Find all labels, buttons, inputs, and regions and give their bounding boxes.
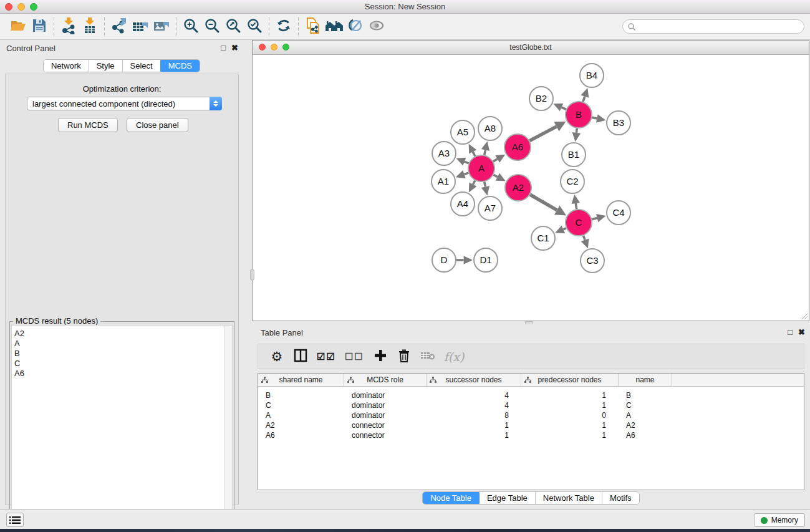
close-panel-button[interactable]: Close panel [127, 118, 188, 132]
home-layout-button[interactable] [324, 16, 345, 37]
tab-style[interactable]: Style [89, 60, 123, 72]
zoom-selected-button[interactable] [244, 16, 265, 37]
table-cell: connector [344, 420, 427, 430]
function-builder-button[interactable]: f(x) [444, 349, 465, 365]
resize-grip-icon[interactable] [800, 312, 808, 320]
save-session-button[interactable] [29, 16, 50, 37]
table-row[interactable]: A6connector11A6 [258, 430, 804, 440]
table-cell: B [619, 390, 672, 400]
float-panel-icon[interactable]: □ [788, 327, 793, 337]
open-session-button[interactable] [7, 16, 29, 37]
refresh-view-button[interactable] [273, 16, 294, 37]
edge-arrowhead-icon [596, 114, 605, 122]
column-visibility-button[interactable] [293, 349, 308, 365]
graph-edge[interactable] [465, 162, 469, 163]
search-input[interactable] [636, 22, 804, 31]
checked-boxes-icon: ☑☑ [317, 351, 336, 362]
zoom-out-button[interactable] [201, 16, 223, 37]
graph-edge[interactable] [576, 203, 576, 209]
tab-select[interactable]: Select [123, 60, 161, 72]
vertical-splitter-handle[interactable] [250, 269, 254, 280]
graph-edge[interactable] [529, 127, 556, 141]
tab-motifs[interactable]: Motifs [602, 492, 639, 504]
column-header-name[interactable]: name [619, 374, 672, 386]
delete-column-button[interactable] [397, 349, 412, 365]
table-settings-button[interactable]: ⚙ [269, 349, 284, 365]
graph-edge[interactable] [493, 175, 497, 177]
run-mcds-button[interactable]: Run MCDS [58, 118, 118, 132]
import-network-icon [60, 17, 77, 36]
list-item[interactable]: C [12, 359, 232, 369]
graph-edge[interactable] [485, 181, 486, 186]
graph-edge[interactable] [530, 195, 557, 210]
list-item[interactable]: A2 [12, 329, 232, 339]
node-table[interactable]: shared nameMCDS rolesuccessor nodesprede… [258, 373, 804, 490]
graph-edge[interactable] [592, 218, 597, 220]
table-cell: B [258, 390, 344, 400]
graph-edge[interactable] [464, 173, 468, 174]
column-header-successor-nodes[interactable]: successor nodes [427, 374, 521, 386]
list-item[interactable]: A6 [12, 369, 232, 379]
column-header-predecessor-nodes[interactable]: predecessor nodes [521, 374, 619, 386]
zoom-fit-button[interactable] [223, 16, 244, 37]
table-row[interactable]: Cdominator41C [258, 400, 804, 410]
export-network-button[interactable] [108, 16, 130, 37]
table-tabs: Node TableEdge TableNetwork TableMotifs [422, 491, 639, 505]
hide-panels-button[interactable] [345, 16, 366, 37]
hierarchy-icon [261, 377, 268, 384]
graph-edge[interactable] [473, 152, 475, 156]
deselect-all-button[interactable]: ☐☐ [345, 349, 364, 365]
export-network-icon [110, 17, 128, 36]
tab-network-table[interactable]: Network Table [536, 492, 602, 504]
float-panel-icon[interactable]: □ [221, 43, 226, 52]
column-header-label: name [635, 375, 654, 384]
table-row[interactable]: Adominator80A [258, 410, 804, 420]
graph-edge[interactable] [563, 228, 566, 230]
delete-table-button[interactable] [420, 349, 435, 365]
list-scrollbar[interactable] [224, 326, 232, 532]
node-label: A7 [485, 203, 496, 213]
column-header-shared-name[interactable]: shared name [258, 374, 344, 386]
toolbar-separator [104, 17, 105, 36]
export-image-button[interactable] [151, 16, 172, 37]
graph-edge[interactable] [493, 159, 498, 162]
mcds-result-list[interactable]: A2 A B C A6 [11, 325, 233, 532]
table-row[interactable]: A2connector11A2 [258, 420, 804, 430]
search-field[interactable] [622, 19, 804, 34]
graph-edge[interactable] [583, 236, 585, 240]
list-item[interactable]: A [12, 339, 232, 349]
tab-mcds[interactable]: MCDS [160, 59, 200, 72]
tab-network[interactable]: Network [44, 60, 89, 72]
node-label: B [576, 109, 582, 120]
zoom-in-button[interactable] [180, 16, 201, 37]
close-panel-icon[interactable]: ✖ [798, 327, 805, 337]
table-cell: dominator [344, 390, 427, 400]
import-table-button[interactable] [79, 16, 100, 37]
tab-node-table[interactable]: Node Table [422, 491, 480, 505]
table-row[interactable]: Bdominator41B [258, 390, 804, 400]
graph-edge[interactable] [592, 117, 597, 118]
hierarchy-icon [347, 377, 354, 384]
graph-edge[interactable] [583, 97, 585, 102]
column-header-label: shared name [279, 375, 322, 384]
task-history-button[interactable] [6, 513, 24, 527]
graph-edge[interactable] [576, 128, 577, 133]
graph-edge[interactable] [473, 180, 475, 184]
column-header-MCDS-role[interactable]: MCDS role [344, 374, 427, 386]
select-all-button[interactable]: ☑☑ [317, 349, 336, 365]
close-panel-icon[interactable]: ✖ [231, 43, 238, 52]
export-table-button[interactable] [130, 16, 151, 37]
import-network-button[interactable] [58, 16, 79, 37]
graph-edge[interactable] [561, 107, 566, 109]
memory-button[interactable]: Memory [754, 513, 805, 527]
tab-edge-table[interactable]: Edge Table [480, 492, 536, 504]
export-table-icon [132, 17, 149, 36]
show-hide-button[interactable] [366, 16, 387, 37]
add-column-button[interactable] [373, 349, 388, 365]
network-canvas[interactable]: B4B2BB3A5A8A6A3AB1A1C2A2A4A7C4CC1DD1C3 [253, 55, 809, 321]
optimization-criterion-select[interactable]: largest connected component (directed) [27, 97, 222, 110]
gear-icon: ⚙ [271, 350, 283, 364]
list-item[interactable]: B [12, 349, 232, 359]
graph-edge[interactable] [485, 150, 486, 155]
clone-network-button[interactable] [302, 16, 324, 37]
